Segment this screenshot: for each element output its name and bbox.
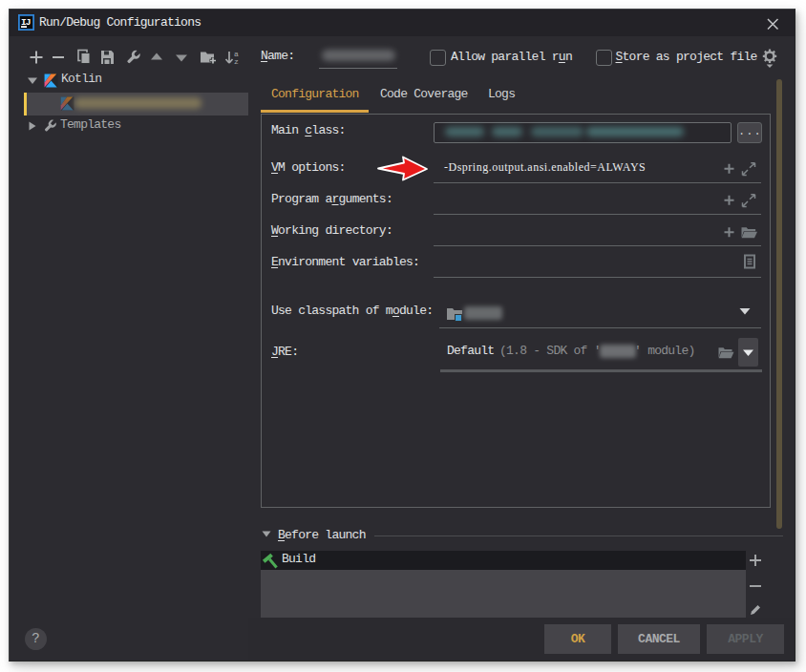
- svg-text:z: z: [234, 57, 239, 66]
